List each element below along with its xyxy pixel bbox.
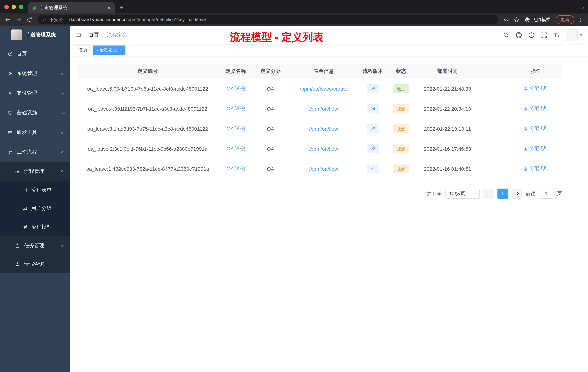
status-badge: 挂起 <box>393 164 409 173</box>
next-page-button[interactable] <box>512 188 522 198</box>
definition-name-link[interactable]: OA 请假 <box>227 85 245 91</box>
paper-plane-icon <box>22 224 28 230</box>
assign-rule-button[interactable]: 分配规则 <box>524 85 548 92</box>
sidebar-item-payment[interactable]: ¥ 支付管理 <box>0 83 70 103</box>
sidebar-item-home[interactable]: 首页 <box>0 44 70 64</box>
navbar-actions: ? TT ▾ <box>502 29 582 41</box>
cell-category: OA <box>253 159 288 179</box>
browser-tab[interactable]: 芋道管理系统 × <box>28 2 115 13</box>
chevron-down-icon <box>61 91 64 94</box>
sidebar-item-devtools[interactable]: 研发工具 <box>0 123 70 142</box>
caret-down-icon: ▾ <box>580 33 582 37</box>
not-secure-icon: ⚠ <box>43 17 47 22</box>
avatar[interactable] <box>566 29 578 41</box>
tab-close-icon[interactable]: × <box>107 5 111 11</box>
status-badge: 激活 <box>393 84 409 93</box>
sidebar-item-workflow[interactable]: 工作流程 <box>0 142 70 162</box>
form-link[interactable]: /bpm/oa/flow <box>309 106 338 111</box>
sidebar-toggle-icon[interactable] <box>75 31 83 39</box>
col-header-filler <box>479 64 510 79</box>
user-icon <box>524 126 528 131</box>
favicon-leaf-icon <box>32 5 37 10</box>
col-header-id: 定义编号 <box>77 64 219 79</box>
goto-page-input[interactable] <box>539 188 554 198</box>
sidebar-item-process-model[interactable]: 流程模型 <box>0 218 70 236</box>
new-tab-button[interactable]: + <box>115 4 128 13</box>
assign-rule-button[interactable]: 分配规则 <box>524 145 548 152</box>
breadcrumb-home[interactable]: 首页 <box>89 32 99 38</box>
window-close-button[interactable] <box>4 5 9 9</box>
user-icon <box>524 106 528 111</box>
github-icon[interactable] <box>515 31 522 39</box>
version-badge: v4 <box>367 104 379 113</box>
tab-search-icon[interactable] <box>581 4 584 11</box>
active-dot-icon: ● <box>96 49 98 51</box>
tag-close-icon[interactable]: × <box>120 48 122 52</box>
pagination: 共 5 条 10条/页 1 前往 页 <box>77 188 562 198</box>
password-key-icon[interactable] <box>502 15 511 24</box>
definition-name-link[interactable]: OA 请假 <box>227 165 245 171</box>
update-button[interactable]: 更新 <box>556 15 574 24</box>
form-link[interactable]: /bpm/oa/leave/create <box>300 86 347 92</box>
col-header-actions: 操作 <box>510 64 562 79</box>
assign-rule-button[interactable]: 分配规则 <box>524 125 548 132</box>
version-badge: v5 <box>367 84 379 93</box>
bookmark-star-icon[interactable] <box>512 15 521 24</box>
url-bar[interactable]: ⚠ 不安全 | dashboard.yudao.iocoder.cn/bpm/m… <box>38 15 498 24</box>
window-zoom-button[interactable] <box>19 5 23 9</box>
goto-label: 前往 <box>526 190 535 197</box>
form-link[interactable]: /bpm/oa/flow <box>309 166 338 172</box>
help-icon[interactable]: ? <box>528 31 535 39</box>
assign-rule-button[interactable]: 分配规则 <box>524 165 548 172</box>
breadcrumb-separator: / <box>102 32 104 38</box>
svg-text:T: T <box>554 33 557 37</box>
breadcrumb: 首页 / 流程定义 <box>89 32 127 38</box>
sidebar-logo[interactable]: 芋道管理系统 <box>0 26 70 44</box>
user-menu[interactable]: ▾ <box>566 29 582 41</box>
status-badge: 挂起 <box>393 124 409 133</box>
definition-name-link[interactable]: OA 请假 <box>227 105 245 111</box>
back-button[interactable] <box>3 15 12 24</box>
cell-category: OA <box>253 139 288 159</box>
col-header-version: 流程版本 <box>359 64 387 79</box>
browser-tabstrip: 芋道管理系统 × + <box>0 0 588 13</box>
window-controls <box>0 0 28 13</box>
screen: 芋道管理系统 × + ⚠ 不安全 | dashboard.yudao.iocod… <box>0 0 588 372</box>
forward-button[interactable] <box>14 15 23 24</box>
tag-process-definition[interactable]: ● 流程定义 × <box>93 45 125 55</box>
browser-menu-icon[interactable]: ⋮ <box>577 17 585 22</box>
font-size-icon[interactable]: TT <box>553 31 561 39</box>
assign-rule-button[interactable]: 分配规则 <box>524 105 548 112</box>
search-icon[interactable] <box>502 31 510 39</box>
toolbox-icon <box>7 130 13 135</box>
page-size-select[interactable]: 10条/页 <box>445 188 480 198</box>
definition-name-link[interactable]: OA 请假 <box>227 125 245 131</box>
window-minimize-button[interactable] <box>12 5 16 9</box>
sidebar-item-system[interactable]: ⚙ 系统管理 <box>0 64 70 83</box>
cell-id: oa_leave:5:004b710b-7b8a-11ec-8ef0-acde4… <box>77 79 219 99</box>
tag-home[interactable]: 首页 <box>76 45 91 55</box>
cell-category: OA <box>253 119 288 139</box>
sidebar-item-user-group[interactable]: 用户分组 <box>0 199 70 218</box>
cell-category: OA <box>253 99 288 119</box>
cell-id: oa_leave:2:3c1f0ef1-76b1-11ec-9c66-a2380… <box>77 139 219 159</box>
sidebar-item-process-management[interactable]: 流程管理 <box>0 162 70 181</box>
col-header-form: 表单信息 <box>288 64 359 79</box>
sidebar-item-leave-query[interactable]: 请假查询 <box>0 255 70 273</box>
prev-page-button[interactable] <box>483 188 494 198</box>
form-link[interactable]: /bpm/oa/flow <box>309 126 338 131</box>
reload-button[interactable] <box>25 15 34 24</box>
url-path: /bpm/manager/definition?key=oa_leave <box>126 17 206 22</box>
table-row: oa_leave:5:004b710b-7b8a-11ec-8ef0-acde4… <box>77 79 562 99</box>
gear-icon: ⚙ <box>7 71 13 77</box>
sidebar-item-process-form[interactable]: 流程表单 <box>0 181 70 199</box>
fullscreen-icon[interactable] <box>541 31 548 39</box>
sidebar-item-task-management[interactable]: 任务管理 <box>0 236 70 255</box>
form-link[interactable]: /bpm/oa/flow <box>309 146 338 152</box>
user-group-icon <box>22 206 28 211</box>
definition-name-link[interactable]: OA 请假 <box>227 145 245 151</box>
cell-deploy-time: 2022-01-22 20:34:10 <box>416 99 479 119</box>
page-number-1[interactable]: 1 <box>497 188 508 198</box>
table-header-row: 定义编号 定义名称 定义分类 表单信息 流程版本 状态 部署时间 操作 <box>77 64 562 79</box>
sidebar-item-infrastructure[interactable]: 基础设施 <box>0 103 70 123</box>
